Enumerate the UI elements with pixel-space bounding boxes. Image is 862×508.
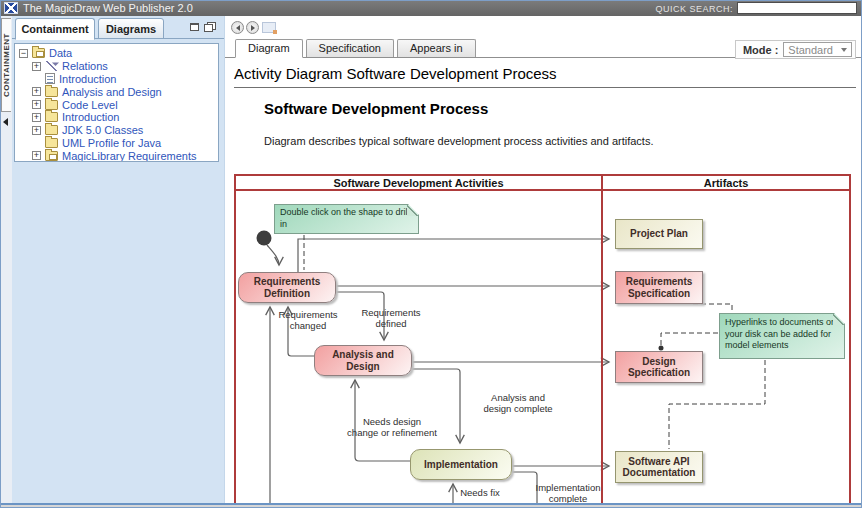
containment-tree: − Data + Relations Introduction + Analys… — [14, 43, 219, 162]
folder-icon — [45, 87, 58, 97]
expand-icon[interactable]: + — [32, 62, 41, 71]
quick-search-label: QUICK SEARCH: — [655, 4, 733, 14]
chevron-down-icon — [841, 48, 847, 52]
diagram-description: Diagram describes typical software devel… — [264, 135, 653, 147]
tree-item-label: JDK 5.0 Classes — [62, 124, 143, 136]
lane-frame-left — [234, 174, 236, 503]
app-title: The MagicDraw Web Publisher 2.0 — [23, 2, 193, 14]
edge-label-requirements-changed: Requirements changed — [278, 310, 337, 332]
edge-label-needs-fix: Needs fix — [460, 488, 500, 499]
mode-value: Standard — [788, 44, 833, 56]
panel-minimize-icon[interactable] — [190, 23, 199, 31]
edge-label-needs-design-change: Needs design change or refinement — [347, 417, 437, 439]
tree-item-jdk-classes[interactable]: + JDK 5.0 Classes — [15, 124, 218, 137]
anchor-note-to-design-spec — [661, 333, 718, 345]
expand-icon[interactable]: + — [32, 87, 41, 96]
diagram-heading: Software Development Process — [264, 100, 488, 117]
app-window: The MagicDraw Web Publisher 2.0 QUICK SE… — [0, 0, 862, 508]
edge-to-project-plan — [298, 239, 609, 272]
page-title: Activity Diagram Software Development Pr… — [234, 65, 557, 82]
edge-start-to-requirements — [267, 245, 279, 265]
back-icon[interactable] — [231, 21, 244, 34]
expand-icon[interactable]: + — [32, 100, 41, 109]
tree-item-code-level[interactable]: + Code Level — [15, 98, 218, 111]
containment-strip-tab[interactable]: CONTAINMENT — [1, 18, 11, 112]
relations-icon — [45, 61, 58, 71]
expand-icon[interactable]: + — [32, 126, 41, 135]
tree-item-uml-profile[interactable]: UML Profile for Java — [15, 137, 218, 150]
folder-icon — [45, 112, 58, 122]
artifact-design-specification[interactable]: Design Specification — [615, 351, 703, 383]
tree-item-analysis-and-design[interactable]: + Analysis and Design — [15, 85, 218, 98]
tree-item-introduction-2[interactable]: + Introduction — [15, 111, 218, 124]
artifact-project-plan[interactable]: Project Plan — [615, 219, 703, 249]
expand-icon[interactable]: + — [32, 151, 41, 160]
mode-label: Mode : — [743, 44, 778, 56]
note-drill-in: Double click on the shape to drill in — [274, 204, 419, 234]
sidebar-tabbar: Containment Diagrams — [12, 16, 224, 39]
tree-item-label: UML Profile for Java — [62, 137, 161, 149]
mode-dropdown[interactable]: Standard — [783, 42, 852, 57]
main-toolbar — [225, 16, 862, 38]
tree-item-introduction[interactable]: Introduction — [15, 73, 218, 86]
title-divider — [234, 87, 856, 88]
forward-arrow-glyph — [251, 25, 255, 31]
tab-diagram[interactable]: Diagram — [235, 39, 303, 58]
expand-icon[interactable]: + — [32, 113, 41, 122]
tree-item-label: Analysis and Design — [62, 86, 162, 98]
anchor-dot — [659, 346, 664, 351]
anchor-note-to-requirements-spec — [693, 304, 732, 312]
magicdraw-logo-icon — [4, 2, 18, 14]
tree-item-label: Data — [49, 47, 72, 59]
folder-icon — [45, 125, 58, 135]
tab-diagrams[interactable]: Diagrams — [98, 18, 164, 39]
artifact-software-api-documentation[interactable]: Software API Documentation — [615, 451, 703, 483]
tab-appears-in[interactable]: Appears in — [397, 39, 476, 57]
note-hyperlinks: Hyperlinks to documents on your disk can… — [719, 313, 845, 359]
tree-item-label: Code Level — [62, 99, 118, 111]
mode-group: Mode : Standard — [735, 40, 856, 59]
package-icon — [45, 151, 58, 161]
lane-header-divider — [234, 189, 851, 191]
lane-frame-top — [234, 174, 851, 176]
tree-item-data[interactable]: − Data — [15, 47, 218, 60]
tree-item-label: Relations — [62, 60, 108, 72]
initial-node — [257, 231, 272, 246]
document-icon — [45, 73, 55, 84]
lane-header-artifacts: Artifacts — [603, 177, 849, 189]
forward-icon[interactable] — [246, 21, 259, 34]
title-bar: The MagicDraw Web Publisher 2.0 QUICK SE… — [1, 1, 861, 16]
lane-frame-right — [849, 174, 851, 503]
back-arrow-glyph — [236, 25, 240, 31]
node-analysis-and-design[interactable]: Analysis and Design — [314, 345, 412, 376]
artifact-requirements-specification[interactable]: Requirements Specification — [615, 271, 703, 304]
collapse-left-icon[interactable] — [3, 118, 8, 126]
collapse-expander-icon[interactable]: − — [19, 49, 28, 58]
tree-item-label: Introduction — [62, 111, 119, 123]
quick-search-input[interactable] — [737, 2, 857, 14]
open-window-icon[interactable] — [262, 22, 276, 33]
edge-label-requirements-defined: Requirements defined — [361, 308, 420, 330]
edge-label-implementation-complete: Implementation complete — [536, 483, 601, 505]
sidebar: Containment Diagrams − Data + Relations … — [12, 16, 224, 503]
node-requirements-definition[interactable]: Requirements Definition — [238, 272, 336, 303]
tab-specification[interactable]: Specification — [306, 39, 394, 57]
tree-item-label: MagicLibrary Requirements — [62, 150, 197, 162]
package-icon — [32, 48, 45, 58]
node-implementation[interactable]: Implementation — [410, 449, 512, 480]
containment-collapse-strip: CONTAINMENT — [1, 16, 12, 503]
lane-header-activities: Software Development Activities — [236, 177, 601, 189]
main-tabbar: Diagram Specification Appears in Mode : … — [225, 38, 862, 58]
activity-diagram-canvas: Software Development Activities Artifact… — [234, 174, 851, 503]
panel-cascade-icon[interactable] — [204, 22, 216, 32]
edge-label-analysis-design-complete: Analysis and design complete — [483, 393, 552, 415]
main-panel: Diagram Specification Appears in Mode : … — [224, 16, 862, 503]
tree-item-magiclibrary-requirements[interactable]: + MagicLibrary Requirements — [15, 149, 218, 162]
tab-containment[interactable]: Containment — [15, 18, 95, 40]
edge-implementation-complete — [512, 472, 537, 503]
lane-divider — [601, 174, 603, 503]
tree-item-label: Introduction — [59, 73, 116, 85]
folder-icon — [45, 100, 58, 110]
folder-icon — [45, 138, 58, 148]
tree-item-relations[interactable]: + Relations — [15, 60, 218, 73]
